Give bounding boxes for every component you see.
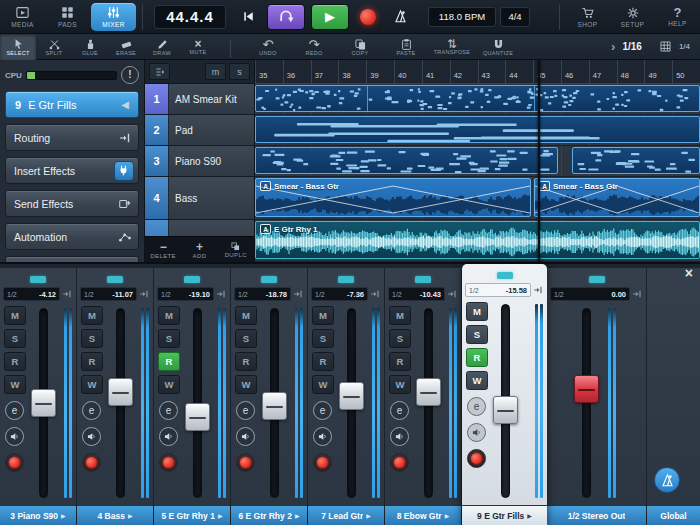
shop-button[interactable]: SHOP [565, 0, 610, 34]
track-row-pad[interactable]: 2Pad [145, 115, 254, 146]
inspector-item-insert-effects[interactable]: Insert Effects [5, 157, 139, 184]
monitor-button[interactable] [82, 427, 101, 446]
fader-handle[interactable] [574, 375, 599, 403]
track-list-collapse-button[interactable] [149, 63, 170, 80]
solo-column-header[interactable]: s [229, 63, 250, 80]
channel-edit-button[interactable]: e [390, 401, 409, 420]
mute-button[interactable]: M [81, 306, 103, 325]
monitor-button[interactable] [313, 427, 332, 446]
tool-mute[interactable]: ×MUTE [180, 34, 216, 60]
solo-button[interactable]: S [235, 329, 257, 348]
duplc-track-button[interactable]: DUPLC [218, 237, 254, 262]
selected-track-button[interactable]: 9 E Gtr Fills ◀ [5, 91, 139, 118]
mute-button[interactable]: M [466, 302, 488, 321]
mute-button[interactable]: M [4, 306, 26, 325]
mixer-strip-label[interactable]: 4 Bass▶ [77, 505, 153, 525]
monitor-button[interactable] [159, 427, 178, 446]
inspector-item-send-effects[interactable]: Send Effects [5, 190, 139, 217]
tool-erase[interactable]: ERASE [108, 34, 144, 60]
jump-loop-button[interactable] [267, 4, 305, 30]
track-row-bass[interactable]: 4Bass [145, 177, 254, 220]
record-arm-button[interactable] [159, 453, 178, 472]
timeline-ruler[interactable]: 35363738394041424344454647484950 [255, 60, 700, 84]
skip-to-start-button[interactable] [235, 4, 261, 30]
mixer-strip-label[interactable]: 1/2 Stereo Out [547, 505, 646, 525]
arrange-area[interactable]: 35363738394041424344454647484950 ASmear … [255, 60, 700, 262]
audio-region-smear-bass-gtr[interactable]: ASmear - Bass Gtr [255, 178, 531, 217]
transpose-button[interactable]: ⇅TRANSPOSE [429, 34, 475, 60]
write-automation-button[interactable]: W [158, 375, 180, 394]
read-automation-button[interactable]: R [235, 352, 257, 371]
monitor-button[interactable] [467, 423, 486, 442]
level-display[interactable]: 1/20.00 [550, 287, 630, 301]
tool-glue[interactable]: GLUE [72, 34, 108, 60]
track-row-piano-s90[interactable]: 3Piano S90 [145, 146, 254, 177]
write-automation-button[interactable]: W [4, 375, 26, 394]
fader-handle[interactable] [262, 392, 287, 420]
quantize-button[interactable]: QUANTIZE [475, 34, 521, 60]
level-display[interactable]: 1/2-4.12 [3, 287, 60, 301]
playhead[interactable] [538, 60, 540, 262]
fader-handle[interactable] [185, 403, 210, 431]
paste-button[interactable]: PASTE [383, 34, 429, 60]
mixer-strip-label[interactable]: 6 E Gtr Rhy 2▶ [231, 505, 307, 525]
channel-edit-button[interactable]: e [82, 401, 101, 420]
time-signature-display[interactable]: 4/4 [500, 7, 530, 27]
channel-edit-button[interactable]: e [159, 401, 178, 420]
record-arm-button[interactable] [236, 453, 255, 472]
mixer-close-button[interactable]: × [685, 266, 693, 280]
copy-button[interactable]: COPY [337, 34, 383, 60]
pan-control[interactable] [308, 268, 384, 285]
pan-control[interactable] [385, 268, 461, 285]
track-row-am-smear-kit[interactable]: 1AM Smear Kit [145, 84, 254, 115]
channel-edit-button[interactable]: e [236, 401, 255, 420]
mixer-strip-label[interactable]: 9 E Gtr Fills▶ [462, 505, 547, 525]
level-display[interactable]: 1/2-18.78 [234, 287, 291, 301]
mute-button[interactable]: M [158, 306, 180, 325]
read-automation-button[interactable]: R [312, 352, 334, 371]
read-automation-button[interactable]: R [158, 352, 180, 371]
pan-control[interactable] [154, 268, 230, 285]
mixer-strip-label[interactable]: 8 Ebow Gtr▶ [385, 505, 461, 525]
record-arm-button[interactable] [313, 453, 332, 472]
fader-handle[interactable] [31, 389, 56, 417]
midi-region-piano-s90[interactable] [572, 147, 700, 174]
mute-column-header[interactable]: m [205, 63, 226, 80]
delete-track-button[interactable]: −DELETE [145, 237, 181, 262]
write-automation-button[interactable]: W [389, 375, 411, 394]
fader-handle[interactable] [493, 396, 518, 424]
pan-control[interactable] [547, 268, 646, 285]
mixer-strip-label[interactable]: Global [647, 505, 700, 525]
solo-button[interactable]: S [389, 329, 411, 348]
read-automation-button[interactable]: R [466, 348, 488, 367]
level-display[interactable]: 1/2-11.07 [80, 287, 137, 301]
pan-control[interactable] [231, 268, 307, 285]
add-track-button[interactable]: +ADD [181, 237, 217, 262]
write-automation-button[interactable]: W [235, 375, 257, 394]
write-automation-button[interactable]: W [81, 375, 103, 394]
mixer-tab-button[interactable]: MIXER [91, 3, 136, 31]
cpu-warning-button[interactable]: ! [121, 66, 139, 84]
pan-control[interactable] [462, 264, 547, 281]
write-automation-button[interactable]: W [312, 375, 334, 394]
redo-button[interactable]: ↷REDO [291, 34, 337, 60]
pan-control[interactable] [0, 268, 76, 285]
level-display[interactable]: 1/2-10.43 [388, 287, 445, 301]
quantize-value[interactable]: 1/16 [622, 41, 641, 52]
channel-edit-button[interactable]: e [5, 401, 24, 420]
bpm-display[interactable]: 118.0 BPM [428, 7, 496, 27]
tool-split[interactable]: SPLIT [36, 34, 72, 60]
record-button[interactable] [360, 9, 376, 25]
solo-button[interactable]: S [81, 329, 103, 348]
undo-button[interactable]: ↶UNDO [245, 34, 291, 60]
midi-region-am-smear-kit[interactable] [255, 85, 700, 112]
setup-button[interactable]: SETUP [610, 0, 655, 34]
monitor-button[interactable] [390, 427, 409, 446]
solo-button[interactable]: S [466, 325, 488, 344]
metronome-button[interactable] [387, 4, 413, 30]
midi-region-pad[interactable] [255, 116, 700, 143]
mixer-strip-label[interactable]: 3 Piano S90▶ [0, 505, 76, 525]
midi-region-piano-s90[interactable] [255, 147, 558, 174]
level-display[interactable]: 1/2-7.36 [311, 287, 368, 301]
time-position-display[interactable]: 44.4.4 [154, 5, 226, 29]
